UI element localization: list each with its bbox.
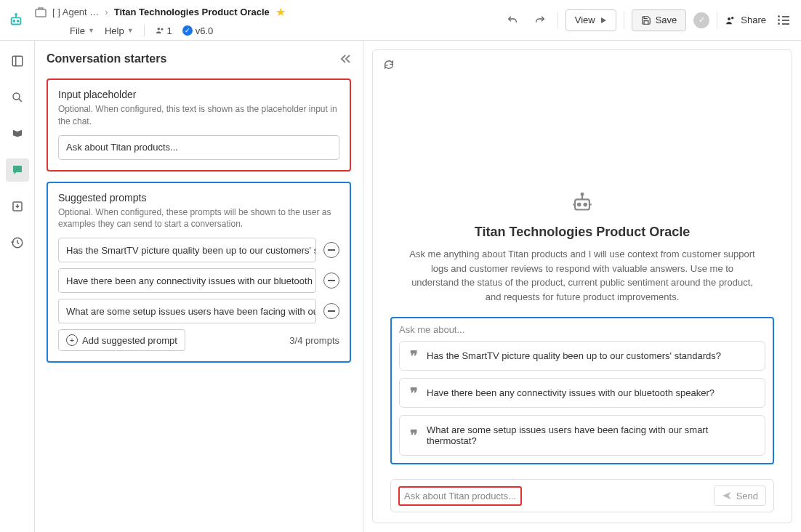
sidebar [0, 41, 35, 532]
sidebar-item-layout[interactable] [6, 49, 29, 73]
chevron-down-icon: ▼ [88, 27, 94, 34]
export-icon [11, 200, 24, 213]
play-icon [600, 17, 607, 24]
quote-icon: ❞ [410, 432, 418, 439]
section-description: Optional. When configured, these prompts… [58, 206, 339, 231]
search-icon [11, 91, 24, 104]
file-menu[interactable]: File ▼ [70, 25, 94, 36]
remove-prompt-button[interactable] [323, 273, 339, 289]
prompt-row: What are some setup issues users have be… [58, 299, 339, 323]
share-icon [725, 15, 736, 26]
app-logo [6, 10, 26, 31]
folder-icon [35, 7, 47, 17]
placeholder-input[interactable] [58, 135, 339, 160]
bot-description: Ask me anything about Titan products and… [408, 247, 757, 304]
sidebar-item-search[interactable] [6, 86, 29, 109]
chat-icon [11, 164, 24, 177]
breadcrumb-title[interactable]: Titan Technologies Product Oracle [114, 7, 270, 17]
prompt-text: Have there been any connectivity issues … [427, 387, 715, 398]
prompt-text: What are some setup issues users have be… [427, 424, 754, 446]
flag-icon [11, 127, 24, 140]
users-icon [155, 25, 165, 36]
svg-point-4 [15, 13, 17, 15]
suggested-prompt-item[interactable]: ❞ Has the SmartTV picture quality been u… [399, 341, 765, 371]
chat-input[interactable]: Ask about Titan products... Send [390, 479, 774, 512]
prompt-input[interactable]: What are some setup issues users have be… [58, 299, 316, 323]
save-button[interactable]: Save [632, 9, 687, 31]
prompt-text: Has the SmartTV picture quality been up … [427, 350, 721, 361]
svg-rect-17 [328, 310, 335, 312]
save-button-label: Save [656, 15, 677, 25]
svg-point-8 [728, 17, 730, 20]
quote-icon: ❞ [410, 390, 418, 397]
prompts-counter: 3/4 prompts [289, 335, 339, 346]
share-button[interactable]: Share [725, 15, 766, 26]
minus-icon [328, 249, 335, 251]
input-placeholder-section: Input placeholder Optional. When configu… [47, 78, 351, 172]
topbar: [ ] Agent … › Titan Technologies Product… [0, 0, 801, 41]
sidebar-item-chat[interactable] [6, 158, 29, 182]
suggested-prompts-section: Suggested prompts Optional. When configu… [47, 182, 351, 363]
svg-point-22 [581, 193, 584, 196]
breadcrumb: [ ] Agent … › Titan Technologies Product… [31, 5, 286, 19]
remove-prompt-button[interactable] [323, 303, 339, 319]
file-menu-label: File [70, 25, 85, 36]
svg-point-12 [13, 93, 20, 100]
refresh-icon [383, 59, 395, 70]
star-icon[interactable]: ★ [275, 5, 286, 19]
svg-point-19 [578, 203, 580, 206]
suggested-prompt-item[interactable]: ❞ What are some setup issues users have … [399, 415, 765, 456]
refresh-button[interactable] [383, 59, 395, 70]
prompt-input[interactable]: Have there been any connectivity issues … [58, 268, 316, 293]
bot-title: Titan Technologies Product Oracle [475, 225, 690, 240]
send-icon [722, 491, 732, 501]
section-description: Optional. When configured, this text is … [58, 103, 339, 128]
help-menu[interactable]: Help ▼ [105, 25, 134, 36]
prompt-input[interactable]: Has the SmartTV picture quality been up … [58, 238, 316, 262]
share-button-label: Share [741, 15, 766, 25]
status-check-icon: ✓ [693, 12, 709, 28]
check-circle-icon: ✓ [182, 25, 193, 36]
collapse-button[interactable] [339, 54, 351, 64]
undo-icon [507, 15, 518, 26]
sidebar-item-export[interactable] [6, 195, 29, 218]
chevron-down-icon: ▼ [127, 27, 134, 34]
layout-icon [11, 55, 24, 68]
plus-circle-icon: + [66, 334, 78, 346]
left-panel: Conversation starters Input placeholder … [35, 41, 363, 532]
minus-icon [328, 310, 335, 312]
ask-label: Ask me about... [399, 324, 765, 335]
preview-card: Titan Technologies Product Oracle Ask me… [372, 49, 792, 523]
breadcrumb-folder[interactable]: [ ] Agent … [52, 7, 99, 17]
sidebar-item-history[interactable] [6, 231, 29, 254]
suggested-prompt-item[interactable]: ❞ Have there been any connectivity issue… [399, 378, 765, 408]
svg-point-1 [13, 20, 15, 22]
undo-button[interactable] [502, 10, 523, 31]
version-label: v6.0 [196, 25, 214, 36]
view-button[interactable]: View [565, 9, 616, 31]
history-icon [11, 236, 24, 249]
users-count-value: 1 [167, 25, 172, 36]
svg-point-7 [161, 28, 163, 31]
users-count[interactable]: 1 [155, 25, 172, 36]
send-button-label: Send [736, 491, 758, 501]
version-badge[interactable]: ✓ v6.0 [182, 25, 214, 36]
section-title: Suggested prompts [58, 192, 339, 203]
svg-point-9 [731, 17, 733, 19]
more-menu[interactable] [773, 15, 789, 25]
suggested-prompts-preview: Ask me about... ❞ Has the SmartTV pictur… [390, 317, 774, 464]
add-prompt-label: Add suggested prompt [82, 335, 177, 346]
prompt-row: Have there been any connectivity issues … [58, 268, 339, 293]
chat-input-placeholder: Ask about Titan products... [398, 486, 522, 506]
redo-icon [534, 15, 546, 26]
remove-prompt-button[interactable] [323, 242, 339, 258]
sidebar-item-data[interactable] [6, 122, 29, 145]
svg-point-2 [17, 20, 19, 22]
svg-point-20 [584, 203, 587, 206]
svg-point-6 [157, 28, 160, 31]
send-button[interactable]: Send [714, 485, 766, 506]
panel-title: Conversation starters [47, 52, 166, 65]
svg-line-13 [18, 99, 21, 102]
add-prompt-button[interactable]: + Add suggested prompt [58, 329, 185, 351]
redo-button[interactable] [530, 10, 550, 31]
